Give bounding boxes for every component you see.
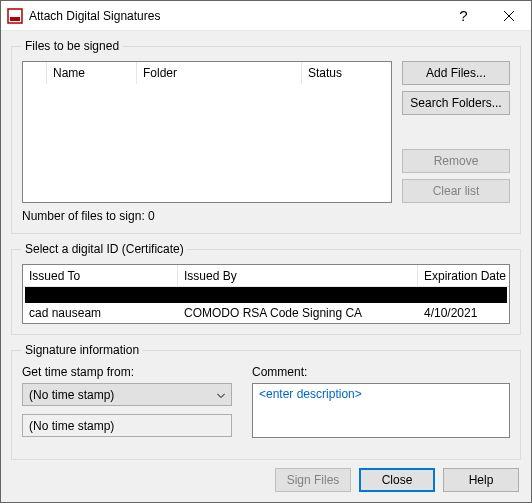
clear-list-button: Clear list [402, 179, 510, 203]
certificate-row[interactable]: cad nauseam COMODO RSA Code Signing CA 4… [23, 303, 509, 323]
certificate-selected-row[interactable] [25, 287, 507, 303]
window-title: Attach Digital Signatures [29, 9, 441, 23]
col-folder[interactable]: Folder [137, 62, 302, 84]
sign-files-button: Sign Files [275, 468, 351, 492]
remove-button: Remove [402, 149, 510, 173]
signature-info-legend: Signature information [22, 343, 142, 357]
cell-issued-by: COMODO RSA Code Signing CA [178, 306, 418, 320]
certificate-table[interactable]: Issued To Issued By Expiration Date cad … [22, 264, 510, 324]
col-issued-by[interactable]: Issued By [178, 265, 418, 286]
signature-info-group: Signature information Get time stamp fro… [11, 343, 521, 460]
col-expiration[interactable]: Expiration Date [418, 265, 509, 286]
comment-placeholder: <enter description> [259, 387, 362, 401]
help-bottom-button[interactable]: Help [443, 468, 519, 492]
files-count-label: Number of files to sign: 0 [22, 209, 510, 223]
bottom-button-row: Sign Files Close Help [11, 468, 521, 492]
close-window-button[interactable] [486, 1, 531, 31]
chevron-down-icon [217, 389, 225, 400]
svg-rect-1 [10, 17, 20, 21]
certificate-legend: Select a digital ID (Certificate) [22, 242, 187, 256]
search-folders-button[interactable]: Search Folders... [402, 91, 510, 115]
files-group: Files to be signed Name Folder Status Ad… [11, 39, 521, 234]
close-button[interactable]: Close [359, 468, 435, 492]
files-legend: Files to be signed [22, 39, 122, 53]
dialog-window: Attach Digital Signatures ? Files to be … [0, 0, 532, 503]
col-checkbox[interactable] [23, 62, 47, 84]
col-name[interactable]: Name [47, 62, 137, 84]
certificate-group: Select a digital ID (Certificate) Issued… [11, 242, 521, 335]
add-files-button[interactable]: Add Files... [402, 61, 510, 85]
timestamp-label: Get time stamp from: [22, 365, 232, 379]
cell-issued-to: cad nauseam [23, 306, 178, 320]
comment-input[interactable]: <enter description> [252, 383, 510, 438]
certificate-header: Issued To Issued By Expiration Date [23, 265, 509, 287]
close-icon [504, 11, 514, 21]
titlebar: Attach Digital Signatures ? [1, 1, 531, 31]
files-header: Name Folder Status [23, 62, 391, 84]
app-icon [7, 8, 23, 24]
comment-label: Comment: [252, 365, 510, 379]
dialog-content: Files to be signed Name Folder Status Ad… [1, 31, 531, 502]
cell-expiration: 4/10/2021 [418, 306, 509, 320]
timestamp-display: (No time stamp) [22, 414, 232, 437]
timestamp-combo[interactable]: (No time stamp) [22, 383, 232, 406]
files-side-buttons: Add Files... Search Folders... Remove Cl… [402, 61, 510, 203]
col-issued-to[interactable]: Issued To [23, 265, 178, 286]
col-status[interactable]: Status [302, 62, 391, 84]
timestamp-value: (No time stamp) [29, 388, 114, 402]
files-list[interactable]: Name Folder Status [22, 61, 392, 203]
help-button[interactable]: ? [441, 1, 486, 31]
